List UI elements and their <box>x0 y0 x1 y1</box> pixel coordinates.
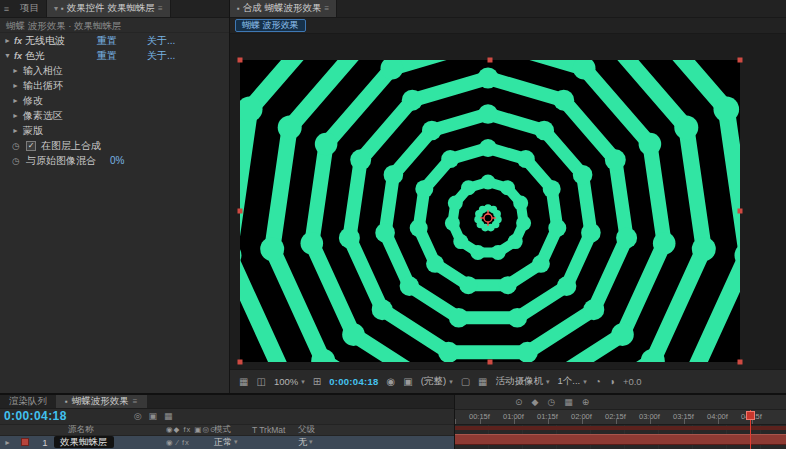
tab-project[interactable]: 项目 <box>13 0 47 17</box>
hide-shy-icon[interactable]: ◷ <box>547 397 555 407</box>
tab-menu-icon[interactable]: ≡ <box>133 397 138 406</box>
shy-layers-icon[interactable]: ▦ <box>164 411 173 421</box>
grid-options-icon[interactable]: ⊞ <box>313 376 321 387</box>
stopwatch-icon[interactable]: ◷ <box>12 156 26 166</box>
guides-icon[interactable]: ◫ <box>256 376 265 387</box>
layer-handle[interactable] <box>488 360 493 365</box>
comp-frame[interactable] <box>240 60 740 362</box>
view-layout-select[interactable]: 1个... ▾ <box>558 375 587 388</box>
layer-handle[interactable] <box>238 58 243 63</box>
stopwatch-icon[interactable]: ◷ <box>12 141 26 151</box>
snapshot-camera-icon[interactable]: ◉ <box>387 376 396 387</box>
mode-select[interactable]: 正常 ▾ <box>214 436 238 449</box>
layer-handle[interactable] <box>238 360 243 365</box>
frame-blend-icon[interactable]: ▦ <box>564 397 573 407</box>
search-icon[interactable]: ◎ <box>134 411 142 421</box>
twirl-icon[interactable]: ► <box>12 97 23 104</box>
tab-render-queue[interactable]: 渲染队列 <box>0 395 56 408</box>
timeline-ruler[interactable]: 00:15f01:00f01:15f02:00f02:15f03:00f03:1… <box>455 410 786 425</box>
zoom-value: 100% <box>274 376 298 387</box>
twirl-icon[interactable]: ► <box>12 112 23 119</box>
layer-name[interactable]: 效果蜘蛛层 <box>54 436 114 448</box>
chevron-down-icon: ▾ <box>309 438 313 446</box>
twirl-icon[interactable]: ▼ <box>2 52 13 59</box>
blend-value[interactable]: 0% <box>110 155 124 166</box>
twirl-icon[interactable]: ► <box>4 439 15 446</box>
resolution-select[interactable]: (完整) ▾ <box>421 375 453 388</box>
transparency-grid-icon[interactable]: ▦ <box>478 376 487 387</box>
roi-icon[interactable]: ▢ <box>461 376 470 387</box>
layer-handle[interactable] <box>738 58 743 63</box>
property-group-modify[interactable]: ► 修改 <box>0 93 229 108</box>
twirl-icon[interactable]: ► <box>2 37 13 44</box>
column-parent[interactable]: 父级 <box>298 424 354 436</box>
pixel-aspect-icon[interactable]: ◔ <box>595 376 601 387</box>
draft-3d-icon[interactable]: ◆ <box>532 397 539 407</box>
timeline-tracks[interactable] <box>455 425 786 449</box>
layer-duration-bar[interactable] <box>455 434 786 445</box>
layer-handle[interactable] <box>738 209 743 214</box>
tab-effect-controls[interactable]: ▾ ▪ 效果控件 效果蜘蛛层 ≡ <box>47 0 171 17</box>
property-blend-with-original: ◷ 与原始图像混合 0% <box>0 153 229 168</box>
about-link[interactable]: 关于... <box>147 49 175 63</box>
exposure-value[interactable]: +0.0 <box>623 376 642 387</box>
twirl-icon[interactable]: ► <box>12 67 23 74</box>
playhead-head[interactable] <box>746 411 755 420</box>
timeline-timecode[interactable]: 0:00:04:18 <box>4 409 67 423</box>
column-source-name[interactable]: 源名称 <box>38 424 166 436</box>
comp-navigator-chip[interactable]: 蝴蝶 波形效果 <box>235 19 306 32</box>
about-link[interactable]: 关于... <box>147 34 175 48</box>
show-snapshot-icon[interactable]: ▣ <box>403 376 412 387</box>
tab-menu-icon[interactable]: ≡ <box>158 4 163 13</box>
layer-switches[interactable]: ◉ ⁄ fx <box>166 438 214 447</box>
comp-navigator-row: 蝴蝶 波形效果 <box>230 18 786 34</box>
property-group-mask[interactable]: ► 蒙版 <box>0 123 229 138</box>
tab-menu-icon[interactable]: ≡ <box>324 4 329 13</box>
motion-blur-icon[interactable]: ⊕ <box>582 397 590 407</box>
composite-checkbox[interactable]: ✓ <box>26 141 36 151</box>
property-group-output-cycle[interactable]: ► 输出循环 <box>0 78 229 93</box>
panel-menu-icon[interactable]: ≡ <box>0 0 13 17</box>
property-label: 像素选区 <box>23 109 63 123</box>
chevron-down-icon: ▾ <box>546 378 550 386</box>
twirl-icon[interactable]: ► <box>12 127 23 134</box>
column-mode[interactable]: 模式 <box>214 424 252 436</box>
layer-row[interactable]: ► 1 效果蜘蛛层 ◉ ⁄ fx 正常 ▾ 无 <box>0 436 454 449</box>
chevron-down-icon: ▾ <box>449 378 453 386</box>
camera-value: 活动摄像机 <box>496 375 544 388</box>
zoom-select[interactable]: 100% ▾ <box>274 376 305 387</box>
effect-radio-waves[interactable]: ► fx 无线电波 重置 关于... <box>0 33 229 48</box>
reset-link[interactable]: 重置 <box>97 34 147 48</box>
layer-color-swatch[interactable] <box>21 438 29 446</box>
property-label: 输出循环 <box>23 79 63 93</box>
property-group-pixel-selection[interactable]: ► 像素选区 <box>0 108 229 123</box>
layer-handle[interactable] <box>738 360 743 365</box>
timeline-column-headers: 源名称 ◉◆ fx ▣◎⊙ 模式 T TrkMat 父级 <box>0 424 454 436</box>
chevron-down-icon: ▾ <box>54 4 58 13</box>
comp-canvas[interactable] <box>240 60 740 362</box>
effect-colorama[interactable]: ▼ fx 色光 重置 关于... <box>0 48 229 63</box>
fx-icon[interactable]: fx <box>14 36 22 46</box>
camera-select[interactable]: 活动摄像机 ▾ <box>496 375 550 388</box>
twirl-icon[interactable]: ► <box>12 82 23 89</box>
tab-composition[interactable]: ▪ 合成 蝴蝶波形效果 ≡ <box>230 0 337 17</box>
column-trkmat[interactable]: T TrkMat <box>252 425 298 435</box>
layer-handle[interactable] <box>238 209 243 214</box>
property-group-input-phase[interactable]: ► 输入相位 <box>0 63 229 78</box>
tab-comp-timeline[interactable]: ▪ 蝴蝶波形效果 ≡ <box>56 395 147 408</box>
composition-mini-flowchart-icon[interactable]: ▣ <box>149 411 158 421</box>
layer-handle[interactable] <box>488 58 493 63</box>
fx-icon[interactable]: fx <box>14 51 22 61</box>
parent-select[interactable]: 无 ▾ <box>298 436 313 449</box>
live-update-icon[interactable]: ⊙ <box>515 397 523 407</box>
timeline-panel: 渲染队列 ▪ 蝴蝶波形效果 ≡ 0:00:04:18 ◎ ▣ ▦ 源名称 <box>0 393 786 449</box>
preview-timecode[interactable]: 0:00:04:18 <box>329 376 378 387</box>
fast-preview-icon[interactable]: ◑ <box>609 376 615 387</box>
always-preview-icon[interactable]: ▦ <box>239 376 248 387</box>
work-area-bar[interactable] <box>455 426 786 430</box>
comp-toolbar: ▦ ◫ 100% ▾ ⊞ 0:00:04:18 ◉ ▣ (完整) ▾ ▢ ▦ 活… <box>230 369 786 393</box>
comp-layer-breadcrumb: 蝴蝶 波形效果 · 效果蜘蛛层 <box>0 18 229 33</box>
ruler-label: 04:00f <box>707 412 728 421</box>
comp-viewer[interactable] <box>230 34 786 369</box>
reset-link[interactable]: 重置 <box>97 49 147 63</box>
